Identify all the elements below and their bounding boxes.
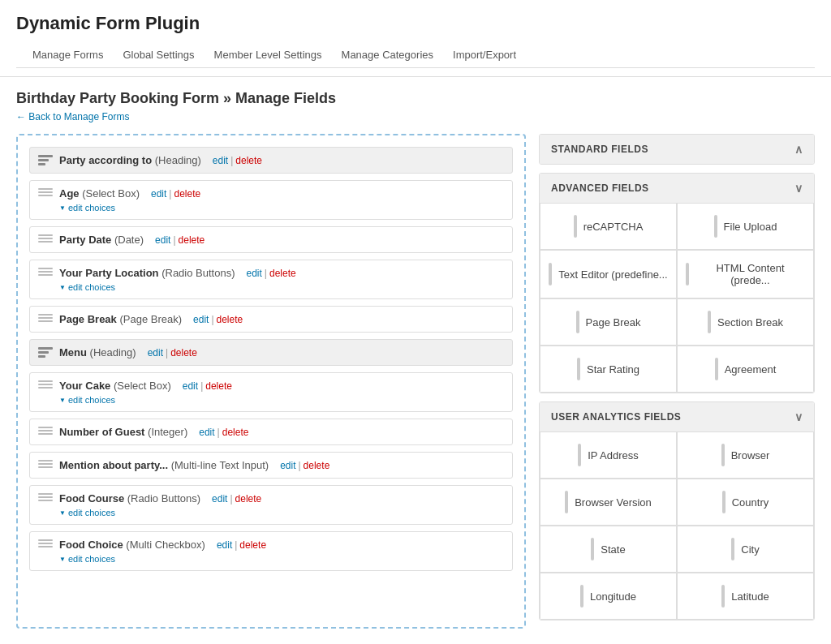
field-edit-link[interactable]: edit <box>183 380 198 392</box>
field-edit-link[interactable]: edit <box>193 314 209 325</box>
advanced-field-label: Text Editor (predefine... <box>558 268 667 281</box>
back-link[interactable]: ← Back to Manage Forms <box>16 111 129 122</box>
field-type-icon <box>714 215 717 238</box>
analytics-field-button[interactable]: State <box>540 526 677 573</box>
analytics-field-button[interactable]: Longitude <box>540 573 677 620</box>
advanced-field-label: Section Break <box>717 316 783 328</box>
nav-manage-categories[interactable]: Manage Categories <box>342 42 433 67</box>
advanced-field-button[interactable]: reCAPTCHA <box>540 203 677 250</box>
field-drag-handle[interactable] <box>38 268 53 279</box>
nav-manage-forms[interactable]: Manage Forms <box>32 42 103 67</box>
field-drag-handle[interactable] <box>38 539 53 551</box>
field-drag-handle[interactable] <box>38 380 53 392</box>
field-type-icon <box>731 538 734 560</box>
field-drag-handle[interactable] <box>38 460 53 471</box>
field-heading-handle <box>38 155 53 165</box>
field-drag-handle[interactable] <box>38 188 53 200</box>
field-item: Party Date (Date)edit|delete <box>29 226 513 253</box>
advanced-field-button[interactable]: HTML Content (prede... <box>677 250 814 298</box>
analytics-field-button[interactable]: Latitude <box>677 573 814 620</box>
field-delete-link[interactable]: delete <box>239 539 266 551</box>
field-edit-link[interactable]: edit <box>212 493 227 504</box>
analytics-field-label: IP Address <box>588 449 639 462</box>
advanced-field-button[interactable]: Star Rating <box>540 346 677 393</box>
field-type-icon <box>715 358 718 380</box>
field-drag-handle[interactable] <box>38 234 53 246</box>
advanced-field-button[interactable]: File Upload <box>677 203 814 250</box>
field-delete-link[interactable]: delete <box>269 268 296 279</box>
field-delete-link[interactable]: delete <box>304 460 330 471</box>
nav-member-level-settings[interactable]: Member Level Settings <box>214 42 322 67</box>
field-edit-link[interactable]: edit <box>151 188 166 200</box>
field-actions: edit|delete <box>148 347 197 358</box>
advanced-fields-section: ADVANCED FIELDS ∨ reCAPTCHAFile UploadTe… <box>539 173 815 393</box>
field-type-icon <box>565 491 568 513</box>
field-delete-link[interactable]: delete <box>205 380 232 392</box>
field-edit-link[interactable]: edit <box>247 268 262 279</box>
field-edit-choices[interactable]: edit choices <box>59 395 115 405</box>
field-item: Food Course (Radio Buttons)edit|deleteed… <box>29 485 513 525</box>
field-actions: edit|delete <box>155 234 205 246</box>
field-edit-link[interactable]: edit <box>155 234 170 246</box>
field-type-icon <box>580 585 583 608</box>
field-delete-link[interactable]: delete <box>235 493 262 504</box>
field-type-icon <box>591 538 594 560</box>
field-edit-choices[interactable]: edit choices <box>59 203 115 213</box>
field-drag-handle[interactable] <box>38 493 53 504</box>
field-edit-link[interactable]: edit <box>148 347 163 358</box>
field-item: Number of Guest (Integer)edit|delete <box>29 419 513 445</box>
field-edit-choices[interactable]: edit choices <box>59 282 115 292</box>
advanced-field-label: reCAPTCHA <box>583 221 644 233</box>
advanced-field-button[interactable]: Agreement <box>677 346 814 393</box>
advanced-field-button[interactable]: Text Editor (predefine... <box>540 250 677 298</box>
field-edit-choices[interactable]: edit choices <box>59 554 115 564</box>
field-edit-link[interactable]: edit <box>199 427 214 438</box>
analytics-field-button[interactable]: Browser <box>677 431 814 479</box>
field-delete-link[interactable]: delete <box>170 347 197 358</box>
field-delete-link[interactable]: delete <box>217 314 243 325</box>
field-item: Food Choice (Multi Checkbox)edit|deletee… <box>29 531 513 571</box>
field-edit-link[interactable]: edit <box>280 460 295 471</box>
field-label: Party Date (Date) <box>59 234 144 246</box>
field-item: Your Cake (Select Box)edit|deleteedit ch… <box>29 372 513 412</box>
field-delete-link[interactable]: delete <box>174 188 200 200</box>
field-label: Your Cake (Select Box) <box>59 380 171 392</box>
user-analytics-header[interactable]: USER ANALYTICS FIELDS ∨ <box>540 402 814 431</box>
analytics-field-button[interactable]: Country <box>677 479 814 526</box>
field-type-icon <box>577 358 580 380</box>
advanced-fields-chevron: ∨ <box>794 182 803 195</box>
advanced-fields-header[interactable]: ADVANCED FIELDS ∨ <box>540 174 814 203</box>
analytics-field-button[interactable]: IP Address <box>540 431 677 479</box>
right-panel: STANDARD FIELDS ∧ ADVANCED FIELDS ∨ reCA… <box>539 134 815 629</box>
field-label: Food Choice (Multi Checkbox) <box>59 539 205 551</box>
field-item: Menu (Heading)edit|delete <box>29 339 513 366</box>
analytics-field-button[interactable]: Browser Version <box>540 479 677 526</box>
field-type-icon <box>578 444 581 466</box>
field-actions: edit|delete <box>280 460 329 471</box>
field-edit-choices[interactable]: edit choices <box>59 508 115 517</box>
field-label: Menu (Heading) <box>59 346 136 358</box>
nav-global-settings[interactable]: Global Settings <box>123 42 194 67</box>
field-delete-link[interactable]: delete <box>235 155 262 166</box>
field-edit-link[interactable]: edit <box>217 539 232 551</box>
user-analytics-chevron: ∨ <box>794 410 803 423</box>
nav-import-export[interactable]: Import/Export <box>453 42 516 67</box>
field-drag-handle[interactable] <box>38 314 53 325</box>
main-layout: Party according to (Heading)edit|deleteA… <box>16 134 815 629</box>
field-drag-handle[interactable] <box>38 427 53 438</box>
analytics-field-button[interactable]: City <box>677 526 814 573</box>
field-item: Age (Select Box)edit|deleteedit choices <box>29 180 513 220</box>
advanced-field-label: HTML Content (prede... <box>695 262 805 286</box>
field-label: Mention about party... (Multi-line Text … <box>59 459 269 471</box>
field-label: Age (Select Box) <box>59 187 140 200</box>
field-delete-link[interactable]: delete <box>179 234 205 246</box>
field-delete-link[interactable]: delete <box>222 427 249 438</box>
field-label: Party according to (Heading) <box>59 154 201 166</box>
advanced-fields-title: ADVANCED FIELDS <box>551 182 649 194</box>
field-type-icon <box>574 215 577 238</box>
page-heading: Birthday Party Booking Form » Manage Fie… <box>16 90 815 107</box>
advanced-field-button[interactable]: Section Break <box>677 298 814 346</box>
standard-fields-header[interactable]: STANDARD FIELDS ∧ <box>540 135 814 164</box>
field-edit-link[interactable]: edit <box>213 155 228 166</box>
advanced-field-button[interactable]: Page Break <box>540 298 677 346</box>
